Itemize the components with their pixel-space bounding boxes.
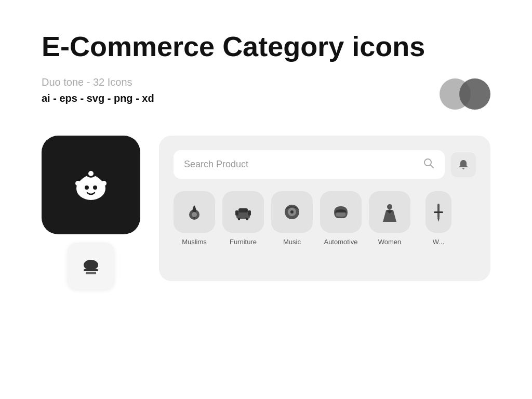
svg-rect-18 bbox=[246, 218, 248, 220]
svg-point-3 bbox=[85, 185, 89, 190]
muslims-label: Muslims bbox=[182, 238, 207, 246]
automotive-icon-bg bbox=[320, 191, 362, 233]
muslims-icon bbox=[183, 201, 205, 223]
music-icon bbox=[281, 201, 303, 223]
women-icon-bg bbox=[369, 191, 410, 233]
small-hat-icon bbox=[79, 255, 102, 277]
category-item-automotive[interactable]: Automotive bbox=[320, 191, 362, 246]
subtitle-row: Duo tone - 32 Icons ai - eps - svg - png… bbox=[42, 76, 490, 110]
svg-rect-16 bbox=[248, 210, 251, 216]
svg-point-2 bbox=[101, 181, 107, 186]
category-item-women[interactable]: Women bbox=[369, 191, 410, 246]
muslims-icon-bg bbox=[174, 191, 215, 233]
partial-icon bbox=[428, 201, 449, 223]
categories-row: Muslims F bbox=[174, 191, 476, 246]
women-icon bbox=[379, 201, 401, 223]
music-icon-bg bbox=[271, 191, 313, 233]
svg-point-1 bbox=[75, 181, 81, 186]
left-panel bbox=[42, 136, 140, 289]
category-item-muslims[interactable]: Muslims bbox=[174, 191, 215, 246]
formats-label: ai - eps - svg - png - xd bbox=[42, 92, 154, 104]
duo-tone-label: Duo tone - 32 Icons bbox=[42, 76, 154, 88]
search-input-container[interactable]: Search Product bbox=[174, 150, 445, 179]
music-label: Music bbox=[283, 238, 301, 246]
right-panel: Search Product bbox=[159, 136, 490, 281]
svg-line-10 bbox=[431, 165, 434, 168]
svg-rect-15 bbox=[235, 210, 238, 216]
svg-rect-14 bbox=[238, 208, 248, 212]
app-logo-icon bbox=[62, 156, 119, 214]
svg-rect-17 bbox=[238, 218, 240, 220]
small-icon-card bbox=[68, 243, 114, 289]
partial-icon-bg bbox=[425, 191, 451, 233]
page-title: E-Commerce Category icons bbox=[42, 31, 490, 62]
notification-bell-icon[interactable] bbox=[451, 152, 476, 177]
svg-point-6 bbox=[84, 260, 98, 270]
subtitle-text: Duo tone - 32 Icons ai - eps - svg - png… bbox=[42, 76, 154, 104]
furniture-icon bbox=[232, 201, 254, 223]
circle-right bbox=[459, 78, 490, 110]
automotive-label: Automotive bbox=[324, 238, 357, 246]
svg-rect-23 bbox=[437, 204, 440, 218]
search-bar: Search Product bbox=[174, 150, 476, 179]
svg-point-22 bbox=[387, 204, 392, 209]
category-item-partial[interactable]: W... bbox=[418, 191, 459, 246]
svg-point-5 bbox=[88, 171, 94, 176]
partial-label: W... bbox=[433, 238, 444, 246]
furniture-icon-bg bbox=[222, 191, 264, 233]
svg-point-4 bbox=[93, 185, 97, 190]
category-item-music[interactable]: Music bbox=[271, 191, 313, 246]
svg-rect-8 bbox=[86, 272, 96, 274]
svg-point-12 bbox=[192, 212, 197, 217]
furniture-label: Furniture bbox=[230, 238, 257, 246]
automotive-icon bbox=[330, 201, 352, 223]
bottom-section: Search Product bbox=[42, 136, 490, 289]
search-placeholder-text: Search Product bbox=[184, 159, 248, 170]
category-item-furniture[interactable]: Furniture bbox=[222, 191, 264, 246]
page-container: E-Commerce Category icons Duo tone - 32 … bbox=[0, 0, 532, 310]
women-label: Women bbox=[378, 238, 402, 246]
svg-rect-24 bbox=[434, 211, 443, 213]
svg-point-21 bbox=[290, 210, 294, 214]
duo-tone-icon bbox=[440, 78, 490, 110]
app-icon bbox=[42, 136, 140, 234]
svg-rect-7 bbox=[84, 269, 98, 271]
search-icon bbox=[423, 157, 434, 171]
